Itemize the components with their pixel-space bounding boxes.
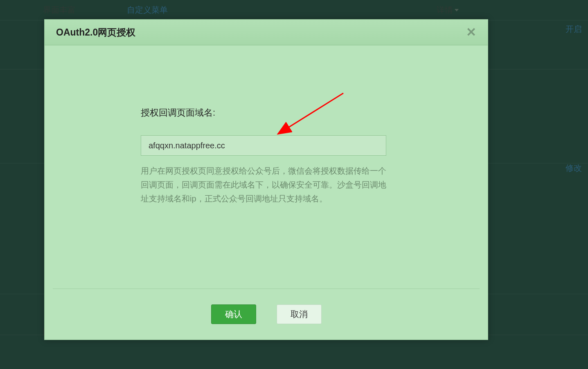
modal-footer: 确认 取消 — [53, 288, 480, 340]
oauth-modal: OAuth2.0网页授权 ✕ 授权回调页面域名: 用户在网页授权页同意授权给公众… — [44, 19, 488, 340]
modal-header: OAuth2.0网页授权 ✕ — [45, 20, 488, 45]
table-row: 界面丰富 自定义菜单 详情 — [0, 0, 588, 20]
action-open-link[interactable]: 开启 — [539, 24, 588, 35]
confirm-button[interactable]: 确认 — [211, 304, 256, 324]
cancel-button[interactable]: 取消 — [277, 304, 322, 324]
cell-details[interactable]: 详情 — [437, 4, 539, 16]
chevron-down-icon — [455, 9, 459, 11]
cell-feature-link[interactable]: 自定义菜单 — [113, 4, 437, 16]
callback-domain-label: 授权回调页面域名: — [141, 107, 392, 119]
modal-body: 授权回调页面域名: 用户在网页授权页同意授权给公众号后，微信会将授权数据传给一个… — [45, 45, 488, 206]
action-modify-link[interactable]: 修改 — [539, 73, 588, 174]
modal-title: OAuth2.0网页授权 — [56, 26, 135, 39]
callback-domain-input[interactable] — [141, 135, 386, 156]
details-label: 详情 — [437, 4, 453, 16]
cell-category: 界面丰富 — [0, 4, 113, 16]
help-text: 用户在网页授权页同意授权给公众号后，微信会将授权数据传给一个回调页面，回调页面需… — [141, 164, 386, 206]
close-icon[interactable]: ✕ — [466, 26, 476, 38]
